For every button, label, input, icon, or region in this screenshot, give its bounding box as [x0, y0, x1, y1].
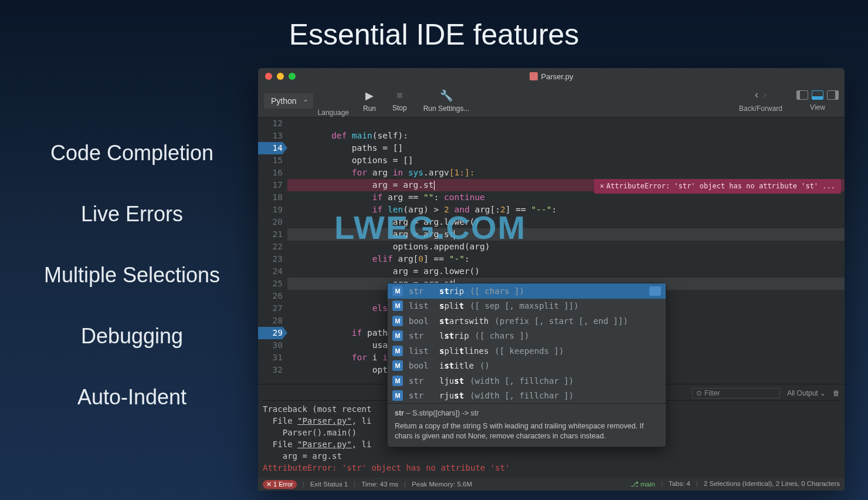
feature-item: Multiple Selections	[18, 263, 246, 288]
titlebar: Parser.py	[258, 68, 845, 85]
toolbar: Python Language ▶ Run ■ Stop 🔧 Run Setti…	[258, 85, 845, 117]
code-line: options = []	[287, 154, 845, 167]
method-icon: M	[392, 390, 403, 401]
file-title: Parser.py	[258, 72, 845, 81]
filter-icon: ⊙	[696, 389, 702, 397]
wrench-icon: 🔧	[440, 89, 453, 102]
stop-icon: ■	[396, 89, 403, 102]
output-selector[interactable]: All Output ⌄	[787, 389, 826, 397]
view-right-panel-button[interactable]	[827, 90, 839, 100]
code-line: def main(self):	[287, 130, 845, 142]
autocomplete-item[interactable]: M str ljust(width [, fillchar ])	[388, 373, 666, 388]
method-icon: M	[392, 286, 403, 296]
file-icon	[530, 72, 538, 80]
feature-list: Code Completion Live Errors Multiple Sel…	[18, 141, 246, 410]
code-line: elif arg[0] == "-":	[287, 253, 845, 265]
autocomplete-item[interactable]: M bool startswith(prefix [, start [, end…	[388, 313, 666, 329]
selection-info: 2 Selections (Identical), 2 Lines, 0 Cha…	[704, 480, 840, 488]
autocomplete-item[interactable]: M list splitlines([ keepends ])	[388, 343, 666, 359]
code-line: for arg in sys.argv[1:]:	[287, 167, 845, 179]
method-icon: M	[392, 346, 403, 356]
method-icon: M	[392, 330, 403, 341]
stop-button[interactable]: ■ Stop	[392, 89, 407, 113]
nav-back-button[interactable]: ‹	[755, 89, 758, 101]
play-icon: ▶	[365, 89, 374, 102]
nav-back-forward: ‹ › Back/Forward	[739, 89, 782, 113]
nav-forward-button[interactable]: ›	[763, 89, 767, 101]
method-icon: M	[392, 316, 403, 326]
feature-item: Live Errors	[18, 202, 246, 227]
method-icon: M	[392, 360, 403, 371]
filter-input[interactable]: ⊙ Filter	[692, 388, 780, 398]
code-line: paths = []	[287, 142, 845, 154]
code-line: arg = arg.lower()	[287, 265, 845, 278]
autocomplete-item[interactable]: M str lstrip([ chars ])	[388, 329, 666, 344]
filename: Parser.py	[541, 72, 574, 81]
autocomplete-popup[interactable]: M str strip([ chars ]) M list split([ se…	[387, 283, 666, 447]
feature-item: Code Completion	[18, 141, 246, 165]
autocomplete-doc: str – str – S.strip([chars]) -> strS.str…	[388, 403, 666, 447]
code-line	[287, 117, 845, 130]
view-toggle-group: View	[796, 90, 839, 112]
autocomplete-item[interactable]: M list split([ sep [, maxsplit ]])	[388, 299, 666, 314]
feature-item: Auto-Indent	[18, 385, 246, 410]
autocomplete-item[interactable]: M str strip([ chars ])	[388, 283, 666, 299]
gutter: 12 13 14 15 16 17 18 19 20 21 22 23 24 2…	[258, 117, 287, 383]
view-left-panel-button[interactable]	[796, 90, 808, 100]
view-bottom-panel-button[interactable]	[812, 90, 823, 100]
console-line: arg = arg.st	[263, 450, 840, 462]
language-label: Language	[318, 109, 349, 117]
exec-time: Time: 43 ms	[361, 481, 398, 488]
statusbar: ✕ 1 Error | Exit Status 1 | Time: 43 ms …	[258, 478, 845, 491]
feature-item: Debugging	[18, 324, 246, 349]
exit-status: Exit Status 1	[310, 481, 348, 488]
inline-error-badge[interactable]: × AttributeError: 'str' object has no at…	[594, 179, 841, 194]
autocomplete-item[interactable]: M bool istitle()	[388, 359, 666, 374]
peak-memory: Peak Memory: 5.6M	[412, 481, 472, 488]
slide-title: Essential IDE features	[0, 18, 868, 52]
watermark: LWEG.COM	[334, 208, 526, 246]
trash-button[interactable]: 🗑	[833, 389, 840, 397]
doc-icon[interactable]	[649, 286, 661, 296]
run-button[interactable]: ▶ Run	[363, 89, 376, 113]
console-error-line: AttributeError: 'str' object has no attr…	[263, 462, 840, 474]
tab-width[interactable]: Tabs: 4	[669, 480, 690, 488]
method-icon: M	[392, 300, 403, 311]
method-icon: M	[392, 376, 403, 386]
language-selector[interactable]: Python	[264, 93, 313, 109]
run-settings-button[interactable]: 🔧 Run Settings...	[423, 89, 470, 113]
autocomplete-item[interactable]: M str rjust(width [, fillchar ])	[388, 388, 666, 404]
close-icon[interactable]: ×	[600, 180, 604, 192]
git-branch[interactable]: ⎇ main	[630, 480, 655, 488]
error-count-badge[interactable]: ✕ 1 Error	[263, 480, 297, 489]
